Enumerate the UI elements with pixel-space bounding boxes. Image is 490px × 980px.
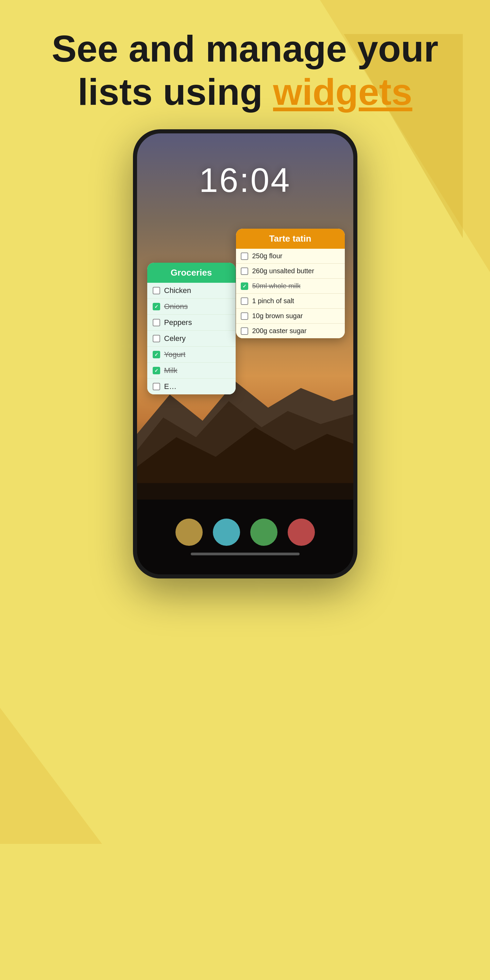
groceries-widget-header: Groceries bbox=[147, 263, 236, 283]
checkbox-flour[interactable] bbox=[241, 253, 248, 260]
svg-rect-3 bbox=[137, 483, 353, 500]
dock-icon-3[interactable] bbox=[250, 519, 278, 546]
label-chicken: Chicken bbox=[164, 286, 191, 295]
checkbox-chicken[interactable] bbox=[153, 287, 160, 294]
phone-dock bbox=[137, 500, 353, 574]
checkbox-celery[interactable] bbox=[153, 335, 160, 342]
label-butter: 260g unsalted butter bbox=[252, 267, 314, 275]
tarte-item-salt: 1 pinch of salt bbox=[236, 294, 345, 309]
home-indicator bbox=[191, 553, 300, 555]
label-salt: 1 pinch of salt bbox=[252, 297, 294, 305]
checkbox-butter[interactable] bbox=[241, 267, 248, 275]
tarte-item-caster-sugar: 200g caster sugar bbox=[236, 324, 345, 338]
label-peppers: Peppers bbox=[164, 318, 192, 327]
checkbox-yogurt[interactable] bbox=[153, 351, 160, 358]
phone-screen: 16:04 Groceries Chicken Onions bbox=[137, 134, 353, 574]
tarte-item-brown-sugar: 10g brown sugar bbox=[236, 309, 345, 324]
header: See and manage your lists using widgets bbox=[0, 0, 490, 134]
checkbox-onions[interactable] bbox=[153, 303, 160, 310]
dock-icon-row bbox=[176, 519, 315, 546]
label-milk: Milk bbox=[164, 366, 178, 375]
main-title: See and manage your lists using widgets bbox=[41, 27, 449, 113]
phone-screen-area: 16:04 Groceries Chicken Onions bbox=[137, 134, 353, 574]
dock-icon-2[interactable] bbox=[213, 519, 240, 546]
label-caster-sugar: 200g caster sugar bbox=[252, 327, 307, 335]
title-line2: lists using widgets bbox=[41, 70, 449, 114]
groceries-title: Groceries bbox=[171, 267, 212, 278]
tarte-item-butter: 260g unsalted butter bbox=[236, 264, 345, 279]
dock-icon-4[interactable] bbox=[288, 519, 315, 546]
checkbox-brown-sugar[interactable] bbox=[241, 312, 248, 320]
checkbox-milk[interactable] bbox=[153, 367, 160, 374]
phone-frame: 16:04 Groceries Chicken Onions bbox=[133, 129, 357, 579]
tarte-title: Tarte tatin bbox=[269, 234, 311, 243]
title-highlight: widgets bbox=[273, 71, 412, 113]
label-whole-milk: 50ml whole milk bbox=[252, 282, 301, 290]
checkbox-eggs[interactable] bbox=[153, 383, 160, 390]
checkbox-caster-sugar[interactable] bbox=[241, 327, 248, 335]
grocery-item-peppers: Peppers bbox=[147, 315, 236, 331]
label-onions: Onions bbox=[164, 302, 188, 311]
title-line2-prefix: lists using bbox=[78, 71, 273, 113]
phone-mockup: 16:04 Groceries Chicken Onions bbox=[133, 129, 357, 579]
tarte-item-milk: 50ml whole milk bbox=[236, 279, 345, 294]
grocery-item-chicken: Chicken bbox=[147, 283, 236, 299]
grocery-item-eggs: E… bbox=[147, 379, 236, 395]
dock-icon-1[interactable] bbox=[176, 519, 203, 546]
label-brown-sugar: 10g brown sugar bbox=[252, 312, 303, 320]
label-yogurt: Yogurt bbox=[164, 350, 186, 359]
bg-decoration-3 bbox=[0, 708, 102, 844]
checkbox-salt[interactable] bbox=[241, 298, 248, 305]
label-eggs: E… bbox=[164, 382, 177, 391]
groceries-widget: Groceries Chicken Onions Peppers bbox=[147, 263, 236, 395]
checkbox-whole-milk[interactable] bbox=[241, 282, 248, 290]
grocery-item-celery: Celery bbox=[147, 331, 236, 347]
title-line1: See and manage your bbox=[41, 27, 449, 70]
grocery-item-milk: Milk bbox=[147, 363, 236, 379]
tarte-widget-header: Tarte tatin bbox=[236, 229, 345, 249]
time-display: 16:04 bbox=[137, 161, 353, 200]
label-celery: Celery bbox=[164, 334, 186, 343]
grocery-item-onions: Onions bbox=[147, 299, 236, 315]
grocery-item-yogurt: Yogurt bbox=[147, 347, 236, 363]
checkbox-peppers[interactable] bbox=[153, 319, 160, 326]
tarte-widget: Tarte tatin 250g flour 260g unsalted but… bbox=[236, 229, 345, 338]
label-flour: 250g flour bbox=[252, 252, 282, 260]
tarte-item-flour: 250g flour bbox=[236, 249, 345, 264]
